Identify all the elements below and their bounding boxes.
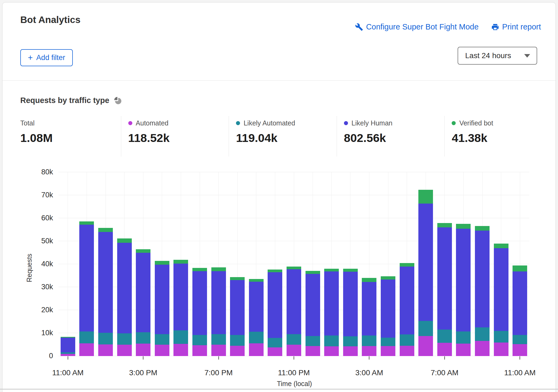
bar-segment-likely-automated[interactable] [136,332,150,344]
bar-segment-automated[interactable] [173,344,188,356]
bar-segment-likely-automated[interactable] [79,331,94,343]
bar-segment-verified-bot[interactable] [324,269,339,271]
configure-super-bot-fight-mode-link[interactable]: Configure Super Bot Fight Mode [355,22,479,31]
bar-segment-likely-human[interactable] [173,264,188,330]
bar-segment-likely-human[interactable] [249,282,264,332]
add-filter-button[interactable]: + Add filter [20,49,73,66]
bar-segment-automated[interactable] [192,345,207,356]
bar-segment-likely-automated[interactable] [381,338,395,346]
bar-segment-verified-bot[interactable] [418,190,433,203]
bar-segment-likely-automated[interactable] [155,334,169,344]
bar-segment-likely-human[interactable] [79,225,94,331]
bar-segment-likely-human[interactable] [513,271,527,335]
bar-segment-automated[interactable] [61,354,75,356]
time-range-dropdown[interactable]: Last 24 hours [458,47,537,65]
bar-segment-likely-automated[interactable] [306,336,320,346]
bar-segment-likely-human[interactable] [494,248,508,331]
bar-segment-automated[interactable] [306,346,320,356]
bar-segment-likely-automated[interactable] [475,327,490,341]
bar-segment-verified-bot[interactable] [173,260,188,264]
bar-segment-automated[interactable] [343,346,358,356]
bar-segment-likely-human[interactable] [306,274,320,336]
bar-segment-likely-automated[interactable] [437,330,452,343]
bar-segment-verified-bot[interactable] [61,337,75,338]
bar-segment-likely-human[interactable] [211,271,226,334]
bar-segment-likely-human[interactable] [381,280,395,338]
bar-segment-automated[interactable] [456,344,471,356]
bar-segment-automated[interactable] [324,346,339,356]
bar-segment-likely-human[interactable] [117,243,132,333]
bar-segment-likely-human[interactable] [230,280,245,335]
bar-segment-likely-automated[interactable] [494,331,508,343]
bar-segment-likely-human[interactable] [475,231,490,327]
bar-segment-automated[interactable] [98,344,113,356]
bar-segment-verified-bot[interactable] [343,269,358,272]
bar-segment-automated[interactable] [418,336,433,356]
bar-segment-likely-automated[interactable] [324,335,339,347]
bar-segment-verified-bot[interactable] [287,267,301,269]
bar-segment-verified-bot[interactable] [381,276,395,280]
bar-segment-verified-bot[interactable] [192,268,207,271]
bar-segment-automated[interactable] [287,345,301,356]
bar-segment-verified-bot[interactable] [211,267,226,271]
bar-segment-automated[interactable] [211,345,226,356]
bar-segment-likely-human[interactable] [456,229,471,331]
bar-segment-likely-human[interactable] [61,338,75,352]
bar-segment-automated[interactable] [362,346,376,356]
bar-segment-likely-automated[interactable] [249,332,264,343]
bar-segment-verified-bot[interactable] [79,221,94,225]
bar-segment-likely-human[interactable] [268,272,282,338]
bar-segment-likely-automated[interactable] [343,336,358,346]
bar-segment-verified-bot[interactable] [400,263,414,267]
bar-segment-likely-automated[interactable] [61,352,75,354]
bar-segment-likely-human[interactable] [324,271,339,335]
bar-segment-likely-human[interactable] [362,282,376,335]
bar-segment-verified-bot[interactable] [362,278,376,282]
bar-segment-verified-bot[interactable] [306,271,320,274]
bar-segment-likely-automated[interactable] [456,331,471,344]
bar-segment-verified-bot[interactable] [98,228,113,232]
bar-segment-likely-automated[interactable] [418,321,433,336]
bar-segment-automated[interactable] [400,346,414,356]
bar-segment-likely-human[interactable] [437,227,452,330]
print-report-link[interactable]: Print report [491,22,541,31]
bar-segment-automated[interactable] [381,346,395,356]
bar-segment-likely-human[interactable] [400,267,414,335]
bar-segment-verified-bot[interactable] [136,249,150,253]
bar-segment-likely-automated[interactable] [513,335,527,344]
bar-segment-automated[interactable] [136,344,150,356]
bar-segment-automated[interactable] [155,345,169,356]
bar-segment-automated[interactable] [117,345,132,356]
bar-segment-automated[interactable] [494,343,508,356]
bar-segment-likely-automated[interactable] [287,334,301,345]
bar-segment-likely-human[interactable] [136,253,150,333]
bar-segment-automated[interactable] [513,344,527,356]
bar-segment-likely-automated[interactable] [192,335,207,345]
bar-segment-likely-automated[interactable] [400,334,414,346]
bar-segment-likely-human[interactable] [343,272,358,336]
bar-segment-verified-bot[interactable] [456,224,471,229]
bar-segment-likely-human[interactable] [98,232,113,333]
bar-segment-automated[interactable] [230,346,245,356]
bar-segment-likely-human[interactable] [287,269,301,334]
bar-segment-likely-automated[interactable] [211,334,226,344]
bar-segment-likely-automated[interactable] [173,330,188,344]
bar-segment-automated[interactable] [475,341,490,356]
bar-segment-verified-bot[interactable] [155,261,169,265]
bar-segment-verified-bot[interactable] [437,223,452,227]
bar-segment-verified-bot[interactable] [268,270,282,272]
bar-segment-likely-human[interactable] [418,204,433,321]
bar-segment-likely-automated[interactable] [230,335,245,346]
bar-segment-verified-bot[interactable] [475,226,490,231]
bar-segment-likely-automated[interactable] [362,335,376,346]
bar-segment-verified-bot[interactable] [513,265,527,271]
bar-segment-verified-bot[interactable] [230,277,245,280]
bar-segment-likely-human[interactable] [192,271,207,335]
bar-segment-likely-automated[interactable] [268,338,282,347]
bar-segment-automated[interactable] [437,343,452,356]
bar-segment-automated[interactable] [79,343,94,356]
bar-segment-verified-bot[interactable] [494,244,508,248]
bar-segment-likely-automated[interactable] [98,333,113,344]
bar-segment-automated[interactable] [268,347,282,356]
bar-segment-likely-human[interactable] [155,265,169,334]
